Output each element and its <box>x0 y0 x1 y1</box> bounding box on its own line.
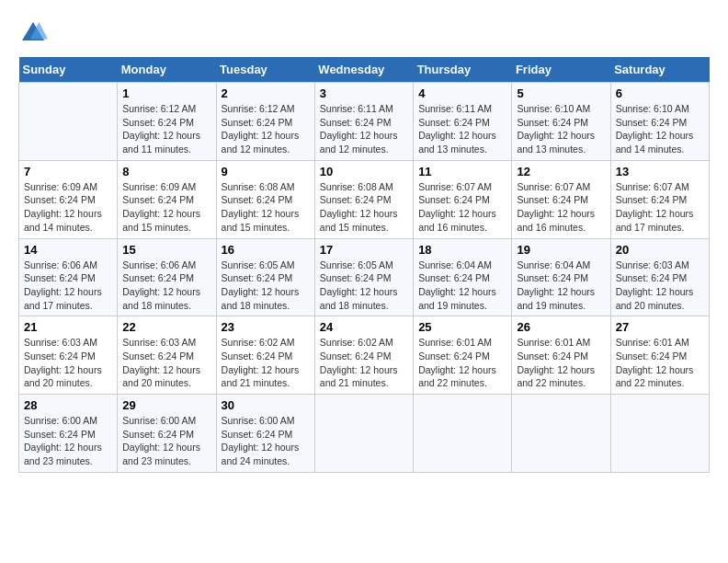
day-info: Sunrise: 6:09 AM Sunset: 6:24 PM Dayligh… <box>122 180 210 235</box>
calendar-week-5: 28Sunrise: 6:00 AM Sunset: 6:24 PM Dayli… <box>19 395 710 473</box>
day-info: Sunrise: 6:04 AM Sunset: 6:24 PM Dayligh… <box>517 259 605 313</box>
logo-icon <box>18 18 48 48</box>
header-cell-saturday: Saturday <box>610 57 709 83</box>
day-number: 4 <box>418 86 506 100</box>
day-number: 25 <box>418 320 506 334</box>
calendar-cell <box>414 395 512 473</box>
day-number: 6 <box>616 86 704 100</box>
calendar-cell: 13Sunrise: 6:07 AM Sunset: 6:24 PM Dayli… <box>610 160 709 238</box>
calendar-cell: 30Sunrise: 6:00 AM Sunset: 6:24 PM Dayli… <box>216 395 314 473</box>
day-number: 13 <box>616 165 704 178</box>
day-info: Sunrise: 6:06 AM Sunset: 6:24 PM Dayligh… <box>24 259 112 313</box>
calendar-cell <box>512 395 610 473</box>
day-info: Sunrise: 6:08 AM Sunset: 6:24 PM Dayligh… <box>222 180 310 235</box>
header-cell-friday: Friday <box>512 57 610 83</box>
day-number: 14 <box>24 243 112 257</box>
day-info: Sunrise: 6:11 AM Sunset: 6:24 PM Dayligh… <box>320 102 408 156</box>
day-number: 24 <box>320 320 408 334</box>
day-number: 11 <box>418 165 506 178</box>
calendar-cell: 18Sunrise: 6:04 AM Sunset: 6:24 PM Dayli… <box>414 238 512 316</box>
calendar-cell: 27Sunrise: 6:01 AM Sunset: 6:24 PM Dayli… <box>610 316 709 395</box>
day-info: Sunrise: 6:10 AM Sunset: 6:24 PM Dayligh… <box>616 102 704 156</box>
calendar-cell: 29Sunrise: 6:00 AM Sunset: 6:24 PM Dayli… <box>118 395 216 473</box>
calendar-week-1: 1Sunrise: 6:12 AM Sunset: 6:24 PM Daylig… <box>19 83 710 161</box>
day-number: 28 <box>24 398 112 412</box>
day-number: 17 <box>320 243 408 257</box>
calendar-cell: 24Sunrise: 6:02 AM Sunset: 6:24 PM Dayli… <box>314 316 413 395</box>
day-number: 7 <box>24 165 112 178</box>
header-cell-thursday: Thursday <box>414 57 512 83</box>
calendar-cell: 26Sunrise: 6:01 AM Sunset: 6:24 PM Dayli… <box>512 316 610 395</box>
calendar-cell: 19Sunrise: 6:04 AM Sunset: 6:24 PM Dayli… <box>512 238 610 316</box>
day-number: 29 <box>122 398 210 412</box>
calendar-cell: 14Sunrise: 6:06 AM Sunset: 6:24 PM Dayli… <box>19 238 118 316</box>
day-info: Sunrise: 6:01 AM Sunset: 6:24 PM Dayligh… <box>418 336 506 390</box>
day-info: Sunrise: 6:01 AM Sunset: 6:24 PM Dayligh… <box>616 336 704 390</box>
day-info: Sunrise: 6:07 AM Sunset: 6:24 PM Dayligh… <box>418 180 506 235</box>
calendar-cell: 7Sunrise: 6:09 AM Sunset: 6:24 PM Daylig… <box>19 160 118 238</box>
calendar-cell <box>19 83 118 161</box>
day-number: 9 <box>222 165 310 178</box>
calendar-week-3: 14Sunrise: 6:06 AM Sunset: 6:24 PM Dayli… <box>19 238 710 316</box>
calendar-cell: 10Sunrise: 6:08 AM Sunset: 6:24 PM Dayli… <box>314 160 413 238</box>
calendar-week-4: 21Sunrise: 6:03 AM Sunset: 6:24 PM Dayli… <box>19 316 710 395</box>
calendar-body: 1Sunrise: 6:12 AM Sunset: 6:24 PM Daylig… <box>19 83 710 473</box>
calendar-header-row: SundayMondayTuesdayWednesdayThursdayFrid… <box>19 57 710 83</box>
day-number: 3 <box>320 86 408 100</box>
calendar-cell: 11Sunrise: 6:07 AM Sunset: 6:24 PM Dayli… <box>414 160 512 238</box>
day-number: 10 <box>320 165 408 178</box>
calendar-cell: 2Sunrise: 6:12 AM Sunset: 6:24 PM Daylig… <box>216 83 314 161</box>
day-number: 1 <box>122 86 210 100</box>
header-cell-wednesday: Wednesday <box>314 57 413 83</box>
day-number: 16 <box>222 243 310 257</box>
day-number: 15 <box>122 243 210 257</box>
day-info: Sunrise: 6:00 AM Sunset: 6:24 PM Dayligh… <box>222 414 310 468</box>
day-info: Sunrise: 6:03 AM Sunset: 6:24 PM Dayligh… <box>24 336 112 390</box>
calendar-cell <box>314 395 413 473</box>
calendar-cell: 16Sunrise: 6:05 AM Sunset: 6:24 PM Dayli… <box>216 238 314 316</box>
day-info: Sunrise: 6:09 AM Sunset: 6:24 PM Dayligh… <box>24 180 112 235</box>
logo <box>18 18 51 48</box>
calendar-cell: 28Sunrise: 6:00 AM Sunset: 6:24 PM Dayli… <box>19 395 118 473</box>
day-info: Sunrise: 6:07 AM Sunset: 6:24 PM Dayligh… <box>517 180 605 235</box>
calendar-cell: 15Sunrise: 6:06 AM Sunset: 6:24 PM Dayli… <box>118 238 216 316</box>
day-info: Sunrise: 6:08 AM Sunset: 6:24 PM Dayligh… <box>320 180 408 235</box>
calendar-cell: 21Sunrise: 6:03 AM Sunset: 6:24 PM Dayli… <box>19 316 118 395</box>
calendar-table: SundayMondayTuesdayWednesdayThursdayFrid… <box>18 57 710 473</box>
day-info: Sunrise: 6:05 AM Sunset: 6:24 PM Dayligh… <box>222 259 310 313</box>
day-number: 2 <box>222 86 310 100</box>
day-info: Sunrise: 6:03 AM Sunset: 6:24 PM Dayligh… <box>616 259 704 313</box>
calendar-cell: 5Sunrise: 6:10 AM Sunset: 6:24 PM Daylig… <box>512 83 610 161</box>
calendar-cell: 23Sunrise: 6:02 AM Sunset: 6:24 PM Dayli… <box>216 316 314 395</box>
day-number: 19 <box>517 243 605 257</box>
day-number: 21 <box>24 320 112 334</box>
calendar-cell: 1Sunrise: 6:12 AM Sunset: 6:24 PM Daylig… <box>118 83 216 161</box>
day-number: 27 <box>616 320 704 334</box>
day-number: 26 <box>517 320 605 334</box>
header-cell-tuesday: Tuesday <box>216 57 314 83</box>
day-number: 30 <box>222 398 310 412</box>
day-number: 8 <box>122 165 210 178</box>
calendar-cell: 22Sunrise: 6:03 AM Sunset: 6:24 PM Dayli… <box>118 316 216 395</box>
header-cell-sunday: Sunday <box>19 57 118 83</box>
day-number: 18 <box>418 243 506 257</box>
day-info: Sunrise: 6:12 AM Sunset: 6:24 PM Dayligh… <box>222 102 310 156</box>
day-number: 23 <box>222 320 310 334</box>
calendar-cell: 12Sunrise: 6:07 AM Sunset: 6:24 PM Dayli… <box>512 160 610 238</box>
day-info: Sunrise: 6:02 AM Sunset: 6:24 PM Dayligh… <box>320 336 408 390</box>
day-number: 12 <box>517 165 605 178</box>
calendar-cell: 3Sunrise: 6:11 AM Sunset: 6:24 PM Daylig… <box>314 83 413 161</box>
calendar-cell: 8Sunrise: 6:09 AM Sunset: 6:24 PM Daylig… <box>118 160 216 238</box>
calendar-cell: 20Sunrise: 6:03 AM Sunset: 6:24 PM Dayli… <box>610 238 709 316</box>
day-number: 20 <box>616 243 704 257</box>
calendar-week-2: 7Sunrise: 6:09 AM Sunset: 6:24 PM Daylig… <box>19 160 710 238</box>
calendar-cell: 4Sunrise: 6:11 AM Sunset: 6:24 PM Daylig… <box>414 83 512 161</box>
day-info: Sunrise: 6:12 AM Sunset: 6:24 PM Dayligh… <box>122 102 210 156</box>
day-info: Sunrise: 6:01 AM Sunset: 6:24 PM Dayligh… <box>517 336 605 390</box>
day-info: Sunrise: 6:02 AM Sunset: 6:24 PM Dayligh… <box>222 336 310 390</box>
calendar-cell: 9Sunrise: 6:08 AM Sunset: 6:24 PM Daylig… <box>216 160 314 238</box>
day-info: Sunrise: 6:05 AM Sunset: 6:24 PM Dayligh… <box>320 259 408 313</box>
day-info: Sunrise: 6:03 AM Sunset: 6:24 PM Dayligh… <box>122 336 210 390</box>
day-number: 5 <box>517 86 605 100</box>
day-info: Sunrise: 6:00 AM Sunset: 6:24 PM Dayligh… <box>24 414 112 468</box>
